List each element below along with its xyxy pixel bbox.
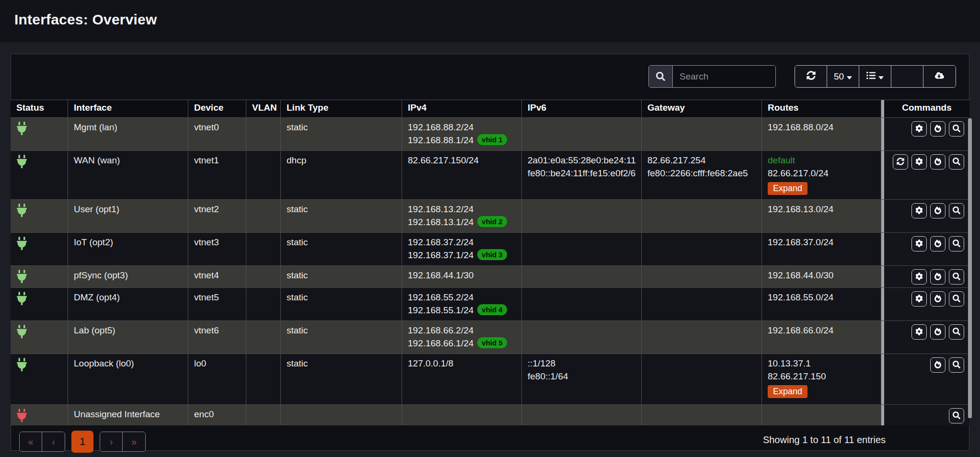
search-input[interactable] bbox=[673, 66, 775, 87]
ipv4-cell: 192.168.13.2/24192.168.13.1/24vhid 2 bbox=[402, 200, 522, 232]
commands-cell bbox=[884, 354, 969, 404]
expand-button[interactable]: Expand bbox=[768, 385, 807, 398]
refresh-button[interactable] bbox=[795, 66, 827, 87]
first-page-button[interactable]: « bbox=[20, 432, 42, 451]
column-header-commands[interactable]: Commands bbox=[884, 100, 969, 117]
interface-value: User (opt1) bbox=[74, 204, 119, 214]
flame-button[interactable] bbox=[930, 154, 945, 170]
search-button[interactable] bbox=[949, 121, 964, 137]
device-value: vtnet4 bbox=[194, 270, 219, 280]
search-button[interactable] bbox=[949, 291, 964, 307]
column-header-ipv4[interactable]: IPv4 bbox=[402, 100, 522, 117]
vlan-cell bbox=[246, 266, 281, 287]
status-down-plug-icon bbox=[17, 409, 27, 425]
pagination: «‹1›» bbox=[19, 431, 146, 453]
search-button[interactable] bbox=[949, 203, 964, 218]
routes-cell: 192.168.13.0/24 bbox=[762, 200, 881, 232]
reload-button[interactable] bbox=[893, 154, 908, 170]
gateway-cell bbox=[642, 266, 762, 287]
gear-button[interactable] bbox=[911, 291, 927, 307]
gear-button[interactable] bbox=[911, 203, 927, 218]
search-box bbox=[648, 65, 776, 88]
column-header-routes[interactable]: Routes bbox=[762, 100, 881, 117]
device-cell: enc0 bbox=[188, 405, 246, 425]
link-type-cell: static bbox=[281, 288, 402, 320]
status-cell bbox=[11, 321, 68, 354]
device-cell: vtnet4 bbox=[188, 266, 246, 287]
routes-cell: 192.168.88.0/24 bbox=[762, 118, 881, 150]
gateway-value: fe80::2266:cfff:fe68:2ae5 bbox=[647, 168, 748, 178]
flame-button[interactable] bbox=[930, 121, 945, 137]
column-header-gateway[interactable]: Gateway bbox=[642, 100, 762, 117]
search-button[interactable] bbox=[949, 269, 964, 285]
flame-button[interactable] bbox=[930, 203, 945, 218]
page-header: Interfaces: Overview bbox=[0, 0, 980, 42]
device-value: vtnet1 bbox=[194, 155, 219, 165]
vertical-scrollbar-thumb[interactable] bbox=[968, 118, 972, 418]
table-row: Mgmt (lan)vtnet0static192.168.88.2/24192… bbox=[11, 118, 969, 151]
column-header-interface[interactable]: Interface bbox=[68, 100, 188, 117]
route-value: 192.168.37.0/24 bbox=[768, 237, 833, 247]
status-cell bbox=[11, 354, 68, 404]
column-selector-dropdown[interactable] bbox=[859, 66, 891, 87]
content-panel: 50 StatusInterfaceDeviceVLANLink TypeIPv… bbox=[11, 54, 969, 451]
route-value: 192.168.66.0/24 bbox=[768, 325, 833, 335]
empty-toolbar-button[interactable] bbox=[891, 66, 923, 87]
gear-button[interactable] bbox=[911, 121, 927, 137]
flame-button[interactable] bbox=[930, 324, 945, 340]
search-button[interactable] bbox=[949, 357, 964, 373]
table-row: Unassigned Interfaceenc0 bbox=[11, 405, 969, 425]
list-icon bbox=[866, 71, 876, 82]
interface-cell: User (opt1) bbox=[68, 200, 188, 232]
grid-toolbar: 50 bbox=[648, 65, 956, 88]
table-row: Loopback (lo0)lo0static127.0.0.1/8::1/12… bbox=[11, 354, 969, 405]
expand-button[interactable]: Expand bbox=[768, 182, 807, 195]
gateway-cell bbox=[642, 354, 762, 404]
flame-icon bbox=[934, 125, 942, 134]
previous-page-button[interactable]: ‹ bbox=[42, 432, 65, 451]
column-header-ipv6[interactable]: IPv6 bbox=[522, 100, 642, 117]
gear-button[interactable] bbox=[911, 324, 927, 340]
gear-icon bbox=[915, 328, 923, 337]
table-row: Lab (opt5)vtnet6static192.168.66.2/24192… bbox=[11, 321, 969, 354]
ipv6-cell bbox=[522, 200, 642, 232]
interface-cell: pfSync (opt3) bbox=[68, 266, 188, 287]
caret-down-icon bbox=[878, 71, 884, 82]
search-button[interactable] bbox=[949, 324, 964, 340]
link-type-value: static bbox=[287, 358, 308, 368]
table-row: DMZ (opt4)vtnet5static192.168.55.2/24192… bbox=[11, 288, 969, 321]
routes-cell: default82.66.217.0/24Expand bbox=[762, 151, 881, 199]
gear-button[interactable] bbox=[911, 154, 927, 170]
table-row: IoT (opt2)vtnet3static192.168.37.2/24192… bbox=[11, 233, 969, 266]
column-header-status[interactable]: Status bbox=[11, 100, 68, 117]
page-size-dropdown[interactable]: 50 bbox=[827, 66, 859, 87]
next-page-button[interactable]: › bbox=[100, 432, 123, 451]
link-type-cell: static bbox=[281, 118, 402, 150]
search-button[interactable] bbox=[949, 154, 964, 170]
flame-button[interactable] bbox=[930, 291, 945, 307]
ipv6-value: fe80::be24:11ff:fe15:e0f2/6 bbox=[528, 168, 635, 178]
status-up-plug-icon bbox=[17, 292, 27, 308]
export-download-button[interactable] bbox=[923, 66, 956, 87]
commands-cell bbox=[884, 266, 969, 287]
ipv4-value: 192.168.13.2/24 bbox=[408, 204, 473, 214]
flame-button[interactable] bbox=[930, 269, 945, 285]
column-header-vlan[interactable]: VLAN bbox=[246, 100, 281, 117]
ipv4-cell: 127.0.0.1/8 bbox=[402, 354, 522, 404]
interface-value: Mgmt (lan) bbox=[74, 122, 117, 132]
column-header-device[interactable]: Device bbox=[188, 100, 246, 117]
gear-button[interactable] bbox=[911, 269, 927, 285]
gear-icon bbox=[915, 125, 923, 134]
flame-button[interactable] bbox=[930, 357, 945, 373]
search-button[interactable] bbox=[949, 236, 964, 251]
column-header-link-type[interactable]: Link Type bbox=[281, 100, 402, 117]
gear-button[interactable] bbox=[911, 236, 927, 251]
ipv4-value: 192.168.88.1/24 bbox=[408, 135, 473, 145]
entries-summary: Showing 1 to 11 of 11 entries bbox=[763, 434, 886, 446]
flame-button[interactable] bbox=[930, 236, 945, 251]
search-button[interactable] bbox=[949, 408, 964, 423]
page-1-button[interactable]: 1 bbox=[71, 431, 93, 453]
device-value: vtnet2 bbox=[194, 204, 219, 214]
last-page-button[interactable]: » bbox=[123, 432, 145, 451]
search-icon bbox=[953, 273, 960, 282]
